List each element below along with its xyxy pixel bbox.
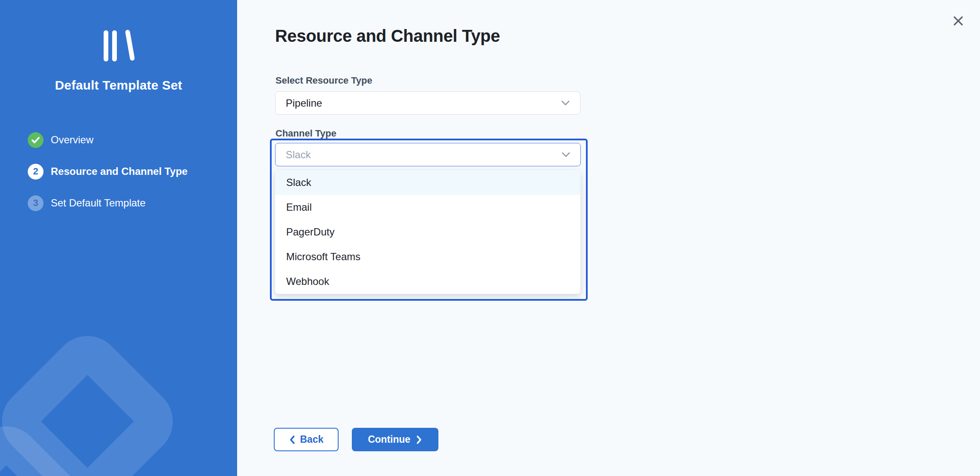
resource-type-value: Pipeline: [275, 97, 322, 109]
channel-type-placeholder: Slack: [275, 149, 311, 161]
channel-type-dropdown-menu: Slack Email PagerDuty Microsoft Teams We…: [275, 170, 580, 294]
option-pagerduty[interactable]: PagerDuty: [275, 220, 580, 244]
back-button[interactable]: Back: [274, 428, 339, 451]
option-webhook[interactable]: Webhook: [275, 269, 580, 294]
chevron-left-icon: [289, 435, 295, 444]
close-icon: [952, 15, 964, 29]
option-microsoft-teams[interactable]: Microsoft Teams: [275, 244, 580, 269]
step-number-badge: 2: [28, 164, 43, 180]
back-button-label: Back: [300, 434, 324, 445]
step-set-default-template[interactable]: 3 Set Default Template: [28, 195, 145, 211]
step-complete-check-icon: [28, 132, 43, 148]
step-number-badge: 3: [28, 195, 43, 211]
page-title: Resource and Channel Type: [275, 26, 500, 46]
continue-button[interactable]: Continue: [352, 428, 438, 451]
channel-type-select[interactable]: Slack: [275, 143, 581, 166]
option-email[interactable]: Email: [275, 195, 580, 220]
resource-type-select[interactable]: Pipeline: [275, 91, 580, 115]
chevron-down-icon: [560, 100, 571, 106]
template-set-wizard-modal: Default Template Set Overview 2 Resource…: [0, 0, 980, 476]
wizard-sidebar: Default Template Set Overview 2 Resource…: [0, 0, 237, 476]
step-label: Resource and Channel Type: [51, 165, 188, 177]
wizard-title: Default Template Set: [0, 78, 237, 93]
books-logo-icon: [104, 30, 133, 62]
close-button[interactable]: [950, 13, 967, 30]
step-label: Overview: [51, 134, 93, 146]
resource-type-label: Select Resource Type: [275, 75, 372, 86]
chevron-down-icon: [561, 151, 571, 158]
step-label: Set Default Template: [51, 197, 145, 209]
chevron-right-icon: [416, 435, 422, 444]
channel-type-label: Channel Type: [275, 128, 336, 139]
continue-button-label: Continue: [368, 434, 411, 445]
step-overview[interactable]: Overview: [28, 132, 93, 148]
step-resource-and-channel-type[interactable]: 2 Resource and Channel Type: [28, 163, 188, 180]
option-slack[interactable]: Slack: [275, 170, 580, 195]
sidebar-watermark-pattern: [0, 0, 237, 476]
